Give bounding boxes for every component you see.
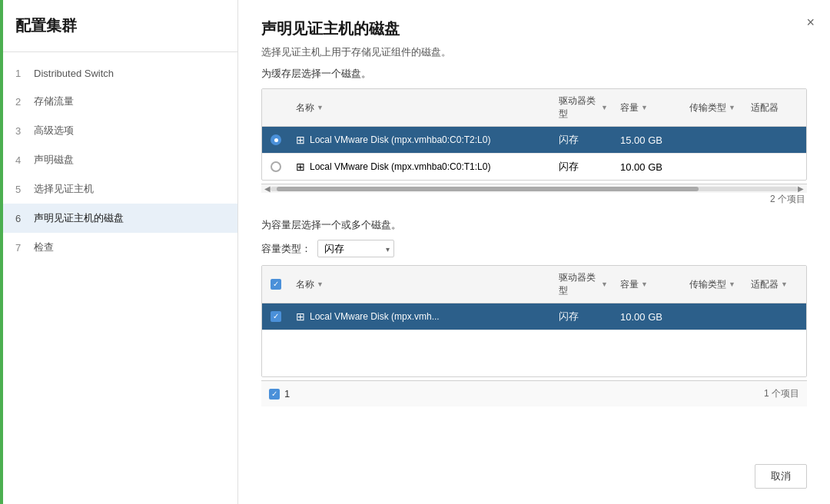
capacity-row1-checkbox[interactable] <box>271 311 281 322</box>
step-label-7: 检查 <box>34 240 222 254</box>
sidebar-item-3[interactable]: 3 高级选项 <box>0 116 237 145</box>
cache-row1-driver: 闪存 <box>553 127 614 153</box>
cache-section-label: 为缓存层选择一个磁盘。 <box>261 67 807 81</box>
capacity-table-row[interactable]: ⊞ Local VMware Disk (mpx.vmh... 闪存 10.00… <box>262 303 806 330</box>
capacity-col-cap-header: 容量 ▼ <box>614 273 683 297</box>
cache-table-header: 名称 ▼ 驱动器类型 ▼ 容量 ▼ 传输类型 ▼ 适配器 <box>262 89 806 127</box>
capacity-col-trans-header: 传输类型 ▼ <box>683 273 745 297</box>
dialog-wrapper: 配置集群 1 Distributed Switch 2 存储流量 3 高级选项 … <box>0 0 830 504</box>
cache-row2-trans <box>683 161 745 173</box>
cache-table-scrollbar[interactable]: ◀ ▶ <box>261 184 807 193</box>
cache-row1-name-cell: ⊞ Local VMware Disk (mpx.vmhba0:C0:T2:L0… <box>290 128 553 152</box>
cache-row1-capacity: 15.00 GB <box>614 128 683 152</box>
sidebar-item-6[interactable]: 6 声明见证主机的磁盘 <box>0 204 237 233</box>
disk-icon: ⊞ <box>296 310 305 323</box>
cache-col-name-header: 名称 ▼ <box>290 96 553 120</box>
cache-row2-name: Local VMware Disk (mpx.vmhba0:C0:T1:L0) <box>310 161 490 172</box>
cache-col-adapter-header: 适配器 <box>745 96 806 120</box>
disk-icon: ⊞ <box>296 134 305 146</box>
step-num-3: 3 <box>15 125 28 137</box>
cache-row1-radio[interactable] <box>271 134 281 145</box>
page-title: 声明见证主机的磁盘 <box>261 18 807 39</box>
cache-row2-capacity: 10.00 GB <box>614 155 683 179</box>
capacity-col-driver-header: 驱动器类型 ▼ <box>553 266 614 303</box>
scroll-left-arrow[interactable]: ◀ <box>264 184 271 193</box>
cache-row1-adapter <box>745 134 806 146</box>
capacity-row1-capacity: 10.00 GB <box>614 305 683 329</box>
capacity-row1-adapter <box>745 310 806 323</box>
sidebar-item-2[interactable]: 2 存储流量 <box>0 87 237 116</box>
footer-checkbox[interactable] <box>269 389 280 400</box>
sidebar-item-7[interactable]: 7 检查 <box>0 233 237 262</box>
cache-row2-radio-cell[interactable] <box>262 155 290 178</box>
sidebar-item-4[interactable]: 4 声明磁盘 <box>0 145 237 174</box>
cache-row1-trans <box>683 134 745 146</box>
close-button[interactable]: × <box>806 15 815 29</box>
footer-check-area: 1 <box>269 388 290 400</box>
cache-table: 名称 ▼ 驱动器类型 ▼ 容量 ▼ 传输类型 ▼ 适配器 <box>261 88 807 181</box>
capacity-desc: 为容量层选择一个或多个磁盘。 <box>261 218 807 232</box>
step-label-3: 高级选项 <box>34 124 222 138</box>
cap-cap-sort-icon[interactable]: ▼ <box>641 280 648 288</box>
cache-table-row[interactable]: ⊞ Local VMware Disk (mpx.vmhba0:C0:T1:L0… <box>262 154 806 180</box>
step-label-6: 声明见证主机的磁盘 <box>34 211 222 225</box>
cancel-button[interactable]: 取消 <box>755 464 807 489</box>
capacity-col-adapter-header: 适配器 ▼ <box>745 273 806 297</box>
capacity-empty-space <box>262 330 806 376</box>
footer-count-label: 1 <box>284 388 290 400</box>
step-num-1: 1 <box>15 68 28 79</box>
cache-row2-adapter <box>745 161 806 173</box>
name-sort-icon[interactable]: ▼ <box>317 104 324 111</box>
scroll-right-arrow[interactable]: ▶ <box>798 184 804 193</box>
step-num-7: 7 <box>15 242 28 254</box>
cap-name-sort-icon[interactable]: ▼ <box>317 280 324 288</box>
capacity-type-label: 容量类型： <box>261 242 311 256</box>
green-bar <box>0 0 3 504</box>
cache-col-cap-header: 容量 ▼ <box>614 96 683 120</box>
capacity-row1-name-cell: ⊞ Local VMware Disk (mpx.vmh... <box>290 304 553 329</box>
capacity-row1-driver: 闪存 <box>553 303 614 330</box>
cache-table-row[interactable]: ⊞ Local VMware Disk (mpx.vmhba0:C0:T2:L0… <box>262 127 806 154</box>
step-num-5: 5 <box>15 184 28 195</box>
trans-sort-icon[interactable]: ▼ <box>729 104 735 111</box>
cache-row1-name: Local VMware Disk (mpx.vmhba0:C0:T2:L0) <box>310 134 490 145</box>
capacity-item-count: 1 个项目 <box>764 387 799 400</box>
step-num-6: 6 <box>15 213 28 224</box>
select-all-checkbox[interactable] <box>271 279 281 290</box>
sidebar-title: 配置集群 <box>0 15 237 52</box>
step-label-2: 存储流量 <box>34 94 222 108</box>
capacity-row1-name: Local VMware Disk (mpx.vmh... <box>310 311 440 322</box>
capacity-col-name-header: 名称 ▼ <box>290 273 553 297</box>
action-row: 取消 <box>755 464 807 489</box>
cap-sort-icon[interactable]: ▼ <box>641 104 648 111</box>
cap-trans-sort-icon[interactable]: ▼ <box>729 280 735 288</box>
driver-sort-icon[interactable]: ▼ <box>601 104 608 111</box>
cap-driver-sort-icon[interactable]: ▼ <box>601 280 608 288</box>
scrollbar-track[interactable] <box>271 187 798 191</box>
step-label-5: 选择见证主机 <box>34 182 222 196</box>
cache-col-driver-header: 驱动器类型 ▼ <box>553 89 614 126</box>
sidebar-item-1[interactable]: 1 Distributed Switch <box>0 60 237 87</box>
capacity-table: 名称 ▼ 驱动器类型 ▼ 容量 ▼ 传输类型 ▼ <box>261 265 807 377</box>
scrollbar-thumb[interactable] <box>277 187 699 191</box>
sidebar-item-5[interactable]: 5 选择见证主机 <box>0 174 237 204</box>
sidebar: 配置集群 1 Distributed Switch 2 存储流量 3 高级选项 … <box>0 0 238 504</box>
cache-row2-radio[interactable] <box>271 161 281 172</box>
cache-row1-radio-cell[interactable] <box>262 128 290 151</box>
cache-item-count: 2 个项目 <box>261 193 807 206</box>
capacity-table-header: 名称 ▼ 驱动器类型 ▼ 容量 ▼ 传输类型 ▼ <box>262 266 806 303</box>
capacity-col-check-header <box>262 274 290 295</box>
main-content: × 声明见证主机的磁盘 选择见证主机上用于存储见证组件的磁盘。 为缓存层选择一个… <box>238 0 830 504</box>
cache-col-radio-header <box>262 102 290 113</box>
cap-adapter-sort-icon[interactable]: ▼ <box>781 280 788 288</box>
cache-row2-driver: 闪存 <box>553 154 614 180</box>
capacity-type-select[interactable]: 闪存 磁盘 <box>317 240 394 257</box>
capacity-row1-trans <box>683 310 745 323</box>
step-num-4: 4 <box>15 154 28 166</box>
step-label-1: Distributed Switch <box>34 68 222 79</box>
desc-1: 选择见证主机上用于存储见证组件的磁盘。 <box>261 45 807 59</box>
disk-icon: ⊞ <box>296 161 305 173</box>
capacity-row1-check-cell[interactable] <box>262 305 290 328</box>
step-num-2: 2 <box>15 96 28 108</box>
capacity-type-select-wrapper[interactable]: 闪存 磁盘 <box>317 240 394 257</box>
